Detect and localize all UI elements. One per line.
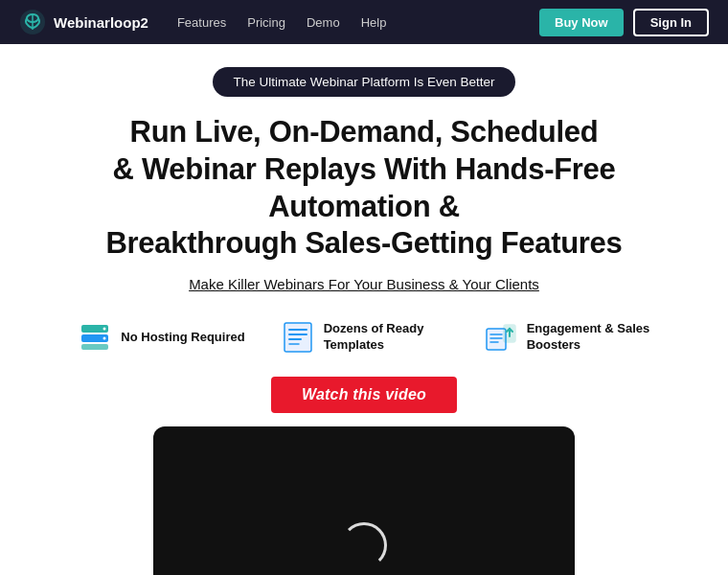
navbar: Webinarloop2 Features Pricing Demo Help … <box>0 0 728 44</box>
template-icon <box>280 319 316 356</box>
hero-badge: The Ultimate Webinar Platform Is Even Be… <box>213 67 516 97</box>
video-player[interactable] <box>153 426 575 575</box>
svg-rect-5 <box>81 344 108 350</box>
sign-in-button[interactable]: Sign In <box>633 9 709 36</box>
watch-button-wrap: Watch this video <box>0 377 728 413</box>
brand-logo: Webinarloop2 <box>19 9 148 35</box>
feature-hosting-label: No Hosting Required <box>121 330 244 346</box>
nav-help[interactable]: Help <box>361 15 387 30</box>
nav-pricing[interactable]: Pricing <box>247 15 285 30</box>
svg-point-6 <box>103 328 106 331</box>
features-row: No Hosting Required Dozens of Ready Temp… <box>0 319 728 356</box>
feature-engagement: Engagement & Sales Boosters <box>483 319 651 356</box>
svg-point-7 <box>103 337 106 340</box>
nav-links: Features Pricing Demo Help <box>177 15 511 30</box>
server-icon <box>77 319 113 356</box>
feature-hosting: No Hosting Required <box>77 319 244 356</box>
buy-now-button[interactable]: Buy Now <box>539 9 624 36</box>
feature-engagement-label: Engagement & Sales Boosters <box>527 321 651 354</box>
feature-templates-label: Dozens of Ready Templates <box>324 321 448 354</box>
nav-demo[interactable]: Demo <box>307 15 340 30</box>
svg-rect-8 <box>284 323 311 352</box>
brand-icon <box>19 9 46 35</box>
hero-subtitle: Make Killer Webinars For Your Business &… <box>38 276 690 292</box>
hero-section: The Ultimate Webinar Platform Is Even Be… <box>0 44 728 319</box>
boost-icon <box>483 319 519 356</box>
feature-templates: Dozens of Ready Templates <box>280 319 448 356</box>
video-spinner <box>341 522 387 568</box>
video-container <box>0 426 728 575</box>
watch-video-button[interactable]: Watch this video <box>271 377 457 413</box>
svg-rect-13 <box>487 329 506 350</box>
brand-name: Webinarloop2 <box>54 14 148 31</box>
hero-title: Run Live, On-Demand, Scheduled & Webinar… <box>38 114 690 263</box>
nav-features[interactable]: Features <box>177 15 226 30</box>
navbar-buttons: Buy Now Sign In <box>539 9 709 36</box>
